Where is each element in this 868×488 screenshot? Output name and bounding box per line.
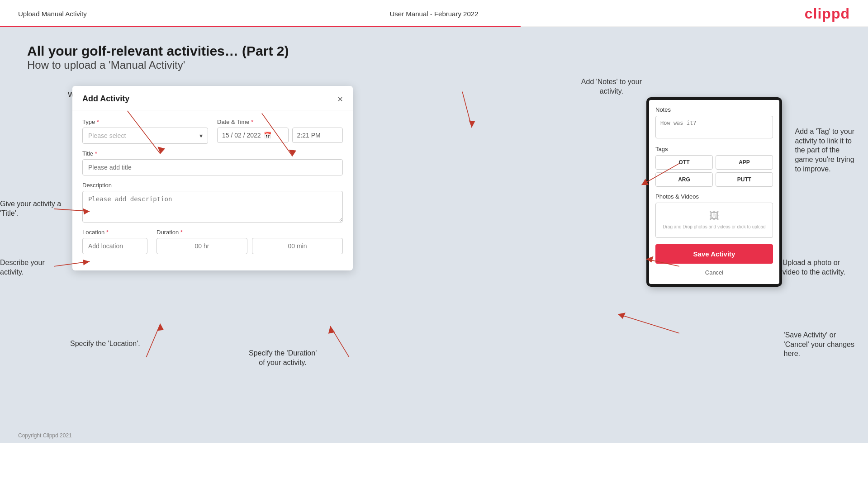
form-group-datetime: Date & Time * 15 / 02 / 2022 📅 2:21 PM — [217, 118, 343, 144]
upload-icon: 🖼 — [660, 210, 768, 222]
tags-grid: OTT APP ARG PUTT — [655, 155, 773, 187]
tag-ott[interactable]: OTT — [655, 155, 713, 170]
svg-marker-9 — [157, 324, 164, 331]
annotation-location: Specify the 'Location'. — [70, 339, 140, 349]
duration-required: * — [180, 229, 183, 236]
svg-line-12 — [462, 92, 472, 128]
photos-drop-text: Drag and Drop photos and videos or click… — [660, 224, 768, 230]
type-required: * — [97, 118, 99, 125]
annotation-tags: Add a 'Tag' to your activity to link it … — [795, 118, 854, 174]
document-title: User Manual - February 2022 — [390, 10, 479, 18]
svg-line-18 — [618, 314, 679, 333]
modal-header: Add Activity × — [72, 86, 353, 110]
tag-app[interactable]: APP — [716, 155, 773, 170]
duration-min-input[interactable] — [252, 238, 343, 254]
main-content: All your golf-relevant activities… (Part… — [0, 27, 868, 443]
location-input[interactable] — [82, 238, 147, 254]
photos-section-label: Photos & Videos — [655, 193, 773, 200]
form-group-type: Type * Please select — [82, 118, 208, 144]
duration-row — [157, 238, 343, 254]
form-group-title: Title * — [82, 150, 343, 175]
form-row-title: Title * — [82, 150, 343, 175]
form-group-location: Location * — [82, 229, 147, 254]
form-group-description: Description — [82, 182, 343, 223]
phone-inner: Notes Tags OTT APP ARG PUTT Photos & Vid… — [649, 100, 779, 284]
type-label: Type * — [82, 118, 208, 125]
svg-marker-19 — [618, 313, 626, 319]
svg-marker-13 — [469, 120, 475, 128]
modal-body: Type * Please select Date & Time * — [72, 110, 353, 270]
duration-hr-input[interactable] — [157, 238, 247, 254]
annotation-description: Describe your activity. — [0, 249, 45, 277]
date-value: 15 / 02 / 2022 — [222, 132, 261, 139]
duration-label: Duration * — [157, 229, 343, 236]
photos-dropzone[interactable]: 🖼 Drag and Drop photos and videos or cli… — [655, 203, 773, 238]
title-input[interactable] — [82, 159, 343, 175]
notes-input[interactable] — [655, 116, 773, 138]
form-row-description: Description — [82, 182, 343, 223]
date-field[interactable]: 15 / 02 / 2022 📅 — [217, 128, 289, 143]
tags-section-label: Tags — [655, 146, 773, 152]
date-time-row: 15 / 02 / 2022 📅 2:21 PM — [217, 128, 343, 143]
page-title-block: All your golf-relevant activities… (Part… — [27, 43, 841, 71]
annotation-title: Give your activity a 'Title'. — [0, 190, 61, 218]
annotation-savecancel: 'Save Activity' or 'Cancel' your changes… — [784, 321, 854, 359]
time-field[interactable]: 2:21 PM — [292, 128, 343, 143]
svg-line-10 — [330, 326, 349, 357]
location-label: Location * — [82, 229, 147, 236]
description-input[interactable] — [82, 191, 343, 223]
save-activity-button[interactable]: Save Activity — [655, 244, 773, 264]
tag-putt[interactable]: PUTT — [716, 172, 773, 187]
form-row-type-datetime: Type * Please select Date & Time * — [82, 118, 343, 144]
form-group-duration: Duration * — [157, 229, 343, 254]
notes-section-label: Notes — [655, 106, 773, 113]
calendar-icon: 📅 — [264, 132, 271, 139]
page-breadcrumb: Upload Manual Activity — [18, 10, 87, 18]
phone-panel: Notes Tags OTT APP ARG PUTT Photos & Vid… — [646, 97, 782, 287]
location-required: * — [106, 229, 109, 236]
logo: clippd — [805, 5, 850, 22]
phone-mockup: Notes Tags OTT APP ARG PUTT Photos & Vid… — [646, 97, 782, 287]
page-title-main: All your golf-relevant activities… (Part… — [27, 43, 841, 59]
description-label: Description — [82, 182, 343, 189]
modal-title: Add Activity — [82, 94, 129, 104]
datetime-required: * — [251, 118, 253, 125]
annotation-notes: Add 'Notes' to your activity. — [581, 68, 642, 96]
svg-line-8 — [146, 324, 160, 357]
title-label: Title * — [82, 150, 343, 157]
type-select[interactable]: Please select — [82, 128, 208, 144]
type-select-wrapper: Please select — [82, 128, 208, 144]
form-row-location-duration: Location * Duration * — [82, 229, 343, 254]
modal-close-button[interactable]: × — [337, 95, 343, 104]
copyright: Copyright Clippd 2021 — [18, 432, 72, 439]
svg-marker-11 — [328, 326, 335, 334]
tag-arg[interactable]: ARG — [655, 172, 713, 187]
annotation-upload: Upload a photo or video to the activity. — [783, 249, 845, 277]
title-required: * — [95, 150, 97, 157]
page-title-sub: How to upload a 'Manual Activity' — [27, 59, 841, 71]
datetime-label: Date & Time * — [217, 118, 343, 125]
annotation-duration: Specify the 'Duration' of your activity. — [249, 339, 317, 367]
cancel-link[interactable]: Cancel — [655, 267, 773, 278]
add-activity-modal: Add Activity × Type * Please select — [72, 86, 353, 270]
